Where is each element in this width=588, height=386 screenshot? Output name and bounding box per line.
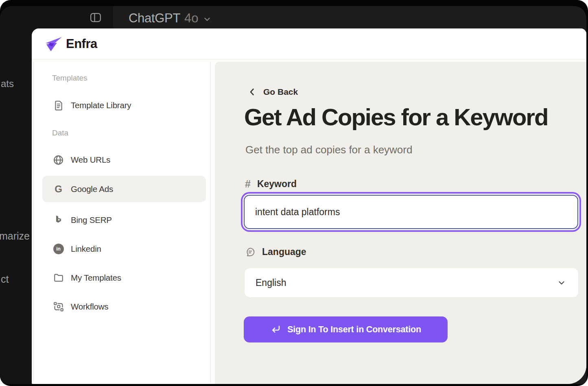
template-detail-panel: Go Back Get Ad Copies for a Keyword Get … <box>215 62 586 384</box>
sidebar-item-label: Web URLs <box>71 155 110 165</box>
sidebar-item-google-ads[interactable]: G Google Ads <box>42 176 206 202</box>
language-select[interactable]: English <box>244 268 579 298</box>
sidebar-item-label: Workflows <box>71 302 108 312</box>
page-title: Get Ad Copies for a Keyword <box>244 103 548 131</box>
sidebar-item-web-urls[interactable]: Web URLs <box>42 147 206 173</box>
chevron-left-icon <box>247 87 257 97</box>
enfra-brand: Enfra <box>45 36 97 52</box>
go-back-label: Go Back <box>263 87 298 97</box>
enfra-modal: Enfra Templates Template Library Data <box>32 28 586 384</box>
sign-in-insert-button[interactable]: Sign In To Insert in Conversation <box>244 316 448 342</box>
sidebar-item-my-templates[interactable]: My Templates <box>42 265 206 291</box>
keyword-field-label: # Keyword <box>245 178 297 190</box>
sidebar-item-workflows[interactable]: Workflows <box>42 294 206 320</box>
sidebar-fragment-ct: ct <box>1 273 9 285</box>
model-picker[interactable]: ChatGPT 4o <box>129 11 212 26</box>
go-back-button[interactable]: Go Back <box>247 87 298 97</box>
sidebar-toggle-icon[interactable] <box>89 11 103 24</box>
linkedin-icon: in <box>53 244 64 255</box>
section-header-templates: Templates <box>52 74 87 83</box>
bing-icon <box>53 215 64 226</box>
sidebar-item-linkedin[interactable]: in Linkedin <box>42 236 206 262</box>
enfra-logo-icon <box>45 36 63 52</box>
keyword-input[interactable] <box>244 195 578 229</box>
sidebar-item-label: Google Ads <box>71 184 113 194</box>
sidebar-fragment-chats: ats <box>1 78 14 89</box>
app-title: ChatGPT <box>129 11 180 26</box>
sidebar-item-label: Bing SERP <box>71 215 112 225</box>
document-icon <box>53 100 64 111</box>
page-subtitle: Get the top ad copies for a keyword <box>245 144 412 156</box>
template-sidebar: Templates Template Library Data <box>33 62 211 383</box>
sidebar-item-label: My Templates <box>71 273 121 283</box>
brand-name: Enfra <box>66 37 97 51</box>
sidebar-item-template-library[interactable]: Template Library <box>42 92 206 118</box>
globe-icon <box>53 155 64 166</box>
language-selected-value: English <box>256 277 286 288</box>
chevron-down-icon <box>203 15 212 24</box>
modal-header: Enfra <box>32 28 586 59</box>
sidebar-fragment-summarize: marize <box>0 230 30 242</box>
return-arrow-icon <box>270 324 281 335</box>
sidebar-item-label: Template Library <box>71 100 131 110</box>
google-g-icon: G <box>53 183 64 194</box>
section-header-data: Data <box>52 129 68 137</box>
speech-bubble-icon <box>245 247 256 257</box>
model-name: 4o <box>184 11 198 26</box>
workflow-icon <box>53 301 64 312</box>
linkedin-badge: in <box>53 244 64 254</box>
sign-in-insert-label: Sign In To Insert in Conversation <box>287 325 421 335</box>
hash-icon: # <box>245 178 251 190</box>
sidebar-item-label: Linkedin <box>71 244 101 254</box>
sidebar-item-bing-serp[interactable]: Bing SERP <box>42 207 206 233</box>
folder-icon <box>53 273 64 284</box>
chevron-down-icon <box>557 278 566 287</box>
screenshot-root: ats marize ct ChatGPT 4o Enfra <box>0 0 588 386</box>
language-field-label: Language <box>245 246 306 257</box>
